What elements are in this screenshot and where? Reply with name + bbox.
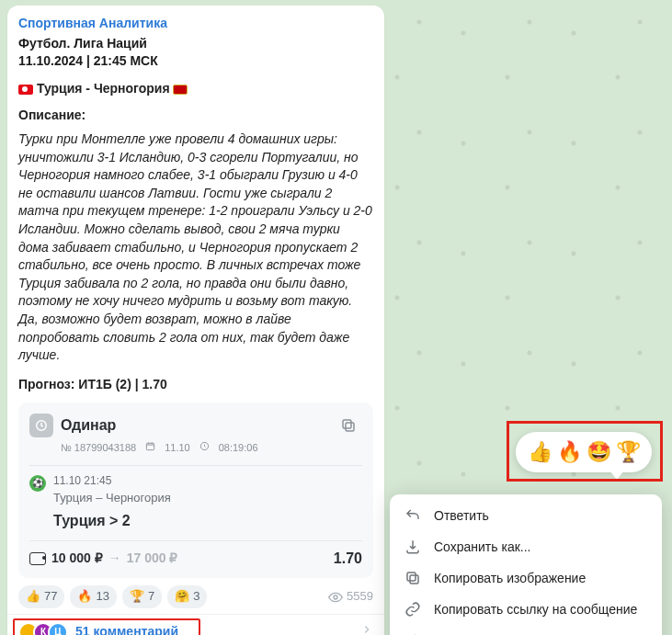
bet-time: 08:19:06 xyxy=(219,441,258,455)
comment-avatars: К Ц xyxy=(18,622,68,635)
svg-rect-2 xyxy=(343,420,351,428)
bet-type: Одинар xyxy=(61,415,327,436)
match-datetime: 11.10.2024 | 21:45 МСК xyxy=(18,52,373,71)
bet-stake: 10 000 ₽ → 17 000 ₽ xyxy=(29,550,177,568)
reaction-hug[interactable]: 🤗3 xyxy=(167,585,207,607)
bet-match-teams: Турция – Черногория xyxy=(53,490,362,506)
reaction-trophy[interactable]: 🏆7 xyxy=(122,585,162,607)
description-label: Описание: xyxy=(18,107,373,125)
reaction-fire[interactable]: 🔥13 xyxy=(70,585,116,607)
reactions-row: 👍77 🔥13 🏆7 🤗3 5559 xyxy=(18,585,373,607)
svg-rect-1 xyxy=(346,423,354,431)
clock-icon xyxy=(29,414,53,437)
flag-montenegro-icon xyxy=(173,85,188,95)
svg-rect-3 xyxy=(147,444,154,450)
menu-label: Копировать ссылку на сообщение xyxy=(434,602,637,617)
description-text: Турки при Монтелле уже провели 4 домашни… xyxy=(18,130,373,365)
bet-card: Одинар № 18799043188 11.10 08:19:06 ⚽ 11… xyxy=(18,403,373,578)
bet-pick: Турция > 2 xyxy=(53,511,362,531)
channel-name[interactable]: Спортивная Аналитика xyxy=(18,15,373,33)
clock-small-icon xyxy=(199,441,210,455)
reaction-option-fire[interactable]: 🔥 xyxy=(557,440,582,464)
stake-amount: 10 000 ₽ xyxy=(51,550,103,568)
wallet-icon xyxy=(29,552,46,565)
match-teams-text: Турция - Черногория xyxy=(37,81,170,96)
menu-forward[interactable]: Переслать xyxy=(390,625,662,635)
svg-rect-7 xyxy=(407,573,416,581)
comments-bar[interactable]: К Ц 51 комментарий xyxy=(7,614,384,635)
football-icon: ⚽ xyxy=(29,475,46,492)
download-icon xyxy=(404,539,421,555)
copy-button[interactable] xyxy=(335,412,362,439)
menu-label: Сохранить как... xyxy=(434,539,530,554)
reaction-thumbs-up[interactable]: 👍77 xyxy=(18,585,64,607)
svg-rect-6 xyxy=(410,575,418,584)
bet-match-datetime: 11.10 21:45 xyxy=(53,473,362,489)
chevron-right-icon xyxy=(360,623,373,635)
calendar-icon xyxy=(145,441,155,455)
menu-label: Копировать изображение xyxy=(434,571,586,585)
prognoz-line: Прогноз: ИТ1Б (2) | 1.70 xyxy=(18,376,373,394)
svg-point-5 xyxy=(334,595,337,599)
context-menu: Ответить Сохранить как... Копировать изо… xyxy=(390,494,662,635)
reaction-option-trophy[interactable]: 🏆 xyxy=(616,440,641,464)
flag-turkey-icon xyxy=(18,85,33,95)
message-bubble: Спортивная Аналитика Футбол. Лига Наций … xyxy=(7,6,384,635)
menu-save-as[interactable]: Сохранить как... xyxy=(390,531,662,562)
league-title: Футбол. Лига Наций xyxy=(18,35,373,53)
reply-icon xyxy=(404,507,421,524)
arrow-icon: → xyxy=(108,550,121,568)
bet-odds: 1.70 xyxy=(334,549,362,569)
comments-text: 51 комментарий xyxy=(75,623,178,635)
menu-copy-link[interactable]: Копировать ссылку на сообщение xyxy=(390,594,662,625)
win-amount: 17 000 ₽ xyxy=(127,550,178,568)
views-count: 5559 xyxy=(328,588,373,605)
eye-icon xyxy=(328,590,343,605)
reaction-picker: 👍 🔥 🤩 🏆 xyxy=(516,432,652,472)
menu-copy-image[interactable]: Копировать изображение xyxy=(390,562,662,594)
menu-label: Ответить xyxy=(434,508,489,523)
link-icon xyxy=(404,601,421,618)
bet-date: 11.10 xyxy=(165,441,190,455)
copy-icon xyxy=(404,570,421,586)
avatar: Ц xyxy=(48,622,68,635)
reaction-option-thumbs-up[interactable]: 👍 xyxy=(528,440,552,464)
bet-id: № 18799043188 xyxy=(61,441,136,455)
menu-reply[interactable]: Ответить xyxy=(390,500,662,531)
match-teams-line: Турция - Черногория xyxy=(18,80,373,98)
reaction-option-star-struck[interactable]: 🤩 xyxy=(587,440,611,464)
